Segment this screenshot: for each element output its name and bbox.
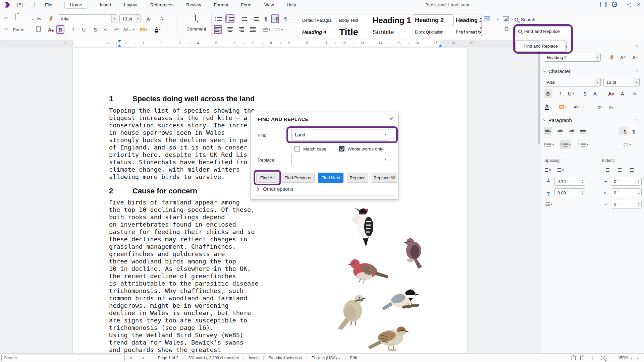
character-section-header[interactable]: Character (544, 68, 571, 74)
justify-button[interactable] (249, 25, 257, 34)
insert-image-button[interactable] (502, 14, 510, 23)
statusbar-search-input[interactable] (1, 355, 125, 361)
style-subtitle[interactable]: Subtitle (371, 26, 413, 38)
align-center-button[interactable] (226, 25, 234, 34)
sidebar-outline-list-button[interactable]: 1•▾ (577, 140, 589, 149)
sidebar-italic-button[interactable]: I (556, 89, 565, 98)
sidebar-align-right-button[interactable] (567, 127, 576, 135)
decrease-indent-button[interactable]: ← (250, 14, 260, 23)
indent-before-field[interactable]: 0"▲▼ (611, 177, 642, 186)
highlight-color-button[interactable]: ab▾ (140, 25, 148, 34)
sidebar-bold-button[interactable]: B (544, 89, 552, 98)
clone-formatting-button[interactable] (47, 14, 55, 23)
undo-button[interactable]: ↶ (2, 14, 10, 23)
style-preformatted[interactable]: Preformatted (454, 26, 482, 38)
sidebar-rtl-button[interactable]: ¶← (631, 127, 640, 135)
insert-image-dropdown[interactable]: ▾ (512, 18, 513, 21)
selection-mode[interactable]: Standard selection (267, 356, 303, 360)
sidebar-toggle-icon[interactable] (600, 2, 607, 7)
rtl-button[interactable]: ¶← (283, 14, 291, 23)
align-right-button[interactable] (237, 25, 246, 34)
shrink-font-button[interactable]: A↓ (158, 14, 166, 23)
match-case-checkbox[interactable] (294, 146, 300, 152)
horizontal-ruler[interactable]: 2112345678910111213141516171819 (7, 40, 537, 47)
search-box[interactable]: Search (515, 17, 535, 22)
font-name-combo[interactable]: Arial▾ (58, 14, 117, 23)
close-icon[interactable]: ✕ (636, 1, 641, 7)
style-heading-2[interactable]: Heading 2 (413, 14, 454, 26)
zoom-original-icon[interactable]: 1 (601, 356, 605, 360)
menu-help[interactable]: Help (286, 1, 297, 8)
sidebar-align-left-button[interactable] (544, 127, 552, 135)
style-heading-3[interactable]: Heading 3 (454, 14, 482, 26)
comment-label[interactable]: Comment (186, 26, 206, 32)
decrease-paragraph-spacing-button[interactable]: ⇵ (556, 166, 565, 174)
sidebar-highlight-button[interactable]: ab▾ (558, 103, 567, 111)
navigator-icon[interactable] (612, 2, 617, 7)
find-previous-button[interactable]: Find Previous (281, 173, 315, 183)
replace-all-button[interactable]: Replace All (372, 173, 397, 183)
increase-indent-button-sidebar[interactable]: → (601, 166, 610, 174)
find-next-button[interactable]: Find Next (318, 173, 343, 183)
line-spacing-button-sidebar[interactable]: ↕▾ (544, 200, 553, 208)
indent-marker[interactable] (118, 40, 121, 43)
decrease-indent-button-sidebar[interactable]: ← (613, 166, 622, 174)
replace-input[interactable]: ▾ (291, 154, 389, 165)
subscript-button[interactable]: x₂ (101, 25, 109, 34)
menu-form[interactable]: Form (240, 1, 252, 8)
indent-first-line-field[interactable]: 0"▲▼ (611, 200, 642, 208)
paste-label[interactable]: Paste (13, 27, 24, 32)
line-spacing-button[interactable]: ↕▾ (260, 25, 271, 34)
paste-dropdown[interactable]: ▾ (32, 18, 33, 21)
page-indicator[interactable]: Page 1 of 2 (157, 356, 180, 360)
menu-home[interactable]: Home (64, 1, 88, 9)
spacing-above-field[interactable]: 0.14"▲▼ (554, 177, 585, 186)
style-title[interactable]: Title (337, 26, 371, 38)
redo-button[interactable]: ↷ (2, 25, 10, 34)
sidebar-font-size-combo[interactable]: 13 pt▾ (603, 78, 640, 86)
spacing-below-field[interactable]: 0.08"▲▼ (554, 188, 585, 197)
style-more-options-icon[interactable]: ⇘ (635, 44, 639, 48)
update-style-button[interactable]: A↻ (619, 53, 628, 62)
sidebar-shrink-font-button[interactable]: A↓ (631, 89, 640, 98)
search-next-icon[interactable]: ∨ (137, 356, 150, 360)
menu-format[interactable]: Format (213, 1, 229, 8)
strikethrough-button[interactable]: S (91, 25, 99, 34)
indent-marker[interactable] (118, 44, 121, 47)
replace-button[interactable]: Replace (347, 173, 368, 183)
style-heading-4[interactable]: Heading 4 (300, 26, 337, 38)
formatting-marks-button[interactable]: ¶ (262, 14, 270, 23)
menu-references[interactable]: References (150, 1, 174, 8)
sidebar-grow-font-button[interactable]: A↑ (619, 89, 628, 98)
sidebar-strikethrough-button[interactable]: S (581, 89, 589, 98)
zoom-out-button[interactable]: − (610, 355, 613, 361)
find-replace-button[interactable]: a Find and Replace (515, 26, 570, 36)
dialog-close-icon[interactable]: ✕ (389, 116, 393, 122)
indent-after-field[interactable]: 0"▲▼ (611, 188, 642, 197)
sidebar-underline-button[interactable]: U▾ (567, 89, 575, 98)
copy-button[interactable] (35, 25, 43, 34)
special-character-button[interactable]: Ω (502, 25, 511, 34)
insert-mode[interactable]: Insert (247, 356, 260, 360)
sidebar-align-center-button[interactable] (556, 127, 565, 135)
zoom-in-button[interactable]: + (636, 355, 639, 361)
word-count[interactable]: 381 words, 2,290 characters (187, 356, 240, 360)
underline-button[interactable]: U (80, 25, 88, 34)
scrollbar-thumb[interactable] (538, 50, 540, 144)
language-selector[interactable]: English (USA) ▾ (310, 356, 342, 360)
paragraph-more-options-icon[interactable]: ⇘ (635, 117, 639, 122)
edit-mode[interactable]: Edit (349, 356, 359, 360)
superscript-button[interactable]: x² (112, 25, 120, 34)
cut-button[interactable]: ✂ (35, 14, 43, 23)
sidebar-clear-formatting-button[interactable]: A◆ (607, 89, 615, 98)
sidebar-subscript-button[interactable]: x₂ (607, 103, 615, 111)
document-page[interactable]: 1Species doing well across the landToppi… (72, 48, 468, 353)
zoom-level[interactable]: 150% ▾ (618, 356, 632, 360)
style-body-text[interactable]: Body Text (337, 14, 371, 26)
grow-font-button[interactable]: A↑ (145, 14, 153, 23)
paste-button[interactable] (15, 14, 16, 20)
sidebar-superscript-button[interactable]: x² (595, 103, 604, 111)
multi-page-view-icon[interactable] (580, 356, 584, 360)
share-icon[interactable] (627, 2, 632, 7)
new-style-button[interactable]: A✱ (631, 53, 640, 62)
